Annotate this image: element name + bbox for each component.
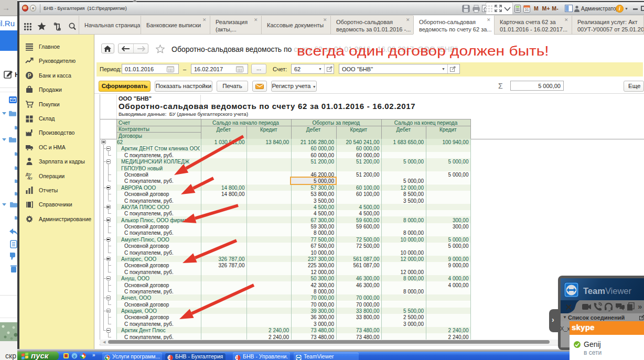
svg-text:1: 1 xyxy=(236,356,238,359)
svg-text:e: e xyxy=(73,353,76,359)
svg-text:Р: Р xyxy=(28,73,31,79)
svg-text:31: 31 xyxy=(525,8,529,12)
svg-text:1: 1 xyxy=(168,356,170,359)
